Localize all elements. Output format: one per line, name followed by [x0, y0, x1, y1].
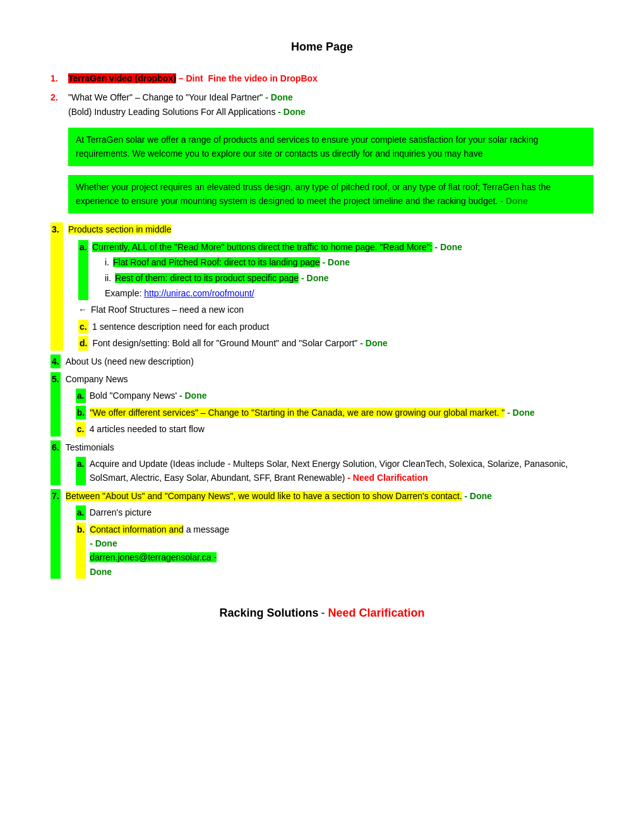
item-5b-letter: b.: [76, 406, 86, 420]
block1-text: At TerraGen solar we offer a range of pr…: [68, 128, 593, 166]
item-3a-content: Currently, ALL of the "Read More" button…: [92, 240, 462, 301]
item-1-content: TerraGen video (dropbox) – Dint Fine the…: [68, 71, 318, 85]
block2-text: Whether your project requires an elevate…: [68, 175, 593, 214]
item-3a-i-bullet: i.: [105, 255, 109, 269]
item-3a-ii-bullet: ii.: [105, 271, 111, 285]
block1: At TerraGen solar we offer a range of pr…: [68, 128, 593, 166]
item-7b-done1: - Done: [90, 538, 117, 548]
item-1-num: 1.: [51, 71, 63, 85]
arrow-icon: ←: [78, 303, 87, 317]
item-2-content: "What We Offer" – Change to "Your Ideal …: [68, 90, 306, 119]
item-7-num: 7.: [51, 489, 61, 579]
item-5a: a. Bold "Company News' - Done: [66, 389, 593, 402]
item-3a-i-text: Flat Roof and Pitched Roof: direct to it…: [113, 255, 350, 269]
list-item-2: 2. "What We Offer" – Change to "Your Ide…: [51, 90, 593, 119]
item-5b-text: "We offer different services" – Change t…: [90, 406, 535, 420]
list-item-6: 6. Testimonials a. Acquire and Update (I…: [51, 440, 593, 485]
item-5-content: Company News a. Bold "Company News' - Do…: [66, 372, 593, 437]
block2: Whether your project requires an elevate…: [68, 175, 593, 214]
item-3-label: Products section in middle: [68, 224, 171, 234]
item-6-num: 6.: [51, 440, 61, 485]
item-3a-done: - Done: [432, 242, 462, 252]
item-6a-letter: a.: [76, 457, 86, 485]
item-6-content: Testimonials a. Acquire and Update (Idea…: [66, 440, 593, 485]
item-3-num: 3.: [51, 222, 63, 351]
item-3a-example-label: Example:: [105, 288, 144, 298]
item-3a: a. Currently, ALL of the "Read More" but…: [68, 240, 593, 301]
list-item-7: 7. Between "About Us" and "Company News"…: [51, 489, 593, 579]
item-3a-example: Example: http://unirac.com/roofmount/: [92, 286, 462, 300]
item-5a-letter: a.: [76, 389, 86, 402]
item-5a-text: Bold "Company News' - Done: [90, 389, 207, 402]
item-3d-letter: d.: [78, 336, 88, 350]
list-item-4: 4. About Us (need new description): [51, 354, 593, 368]
item-2-num: 2.: [51, 90, 63, 119]
item-3c: c. 1 sentence description need for each …: [68, 320, 593, 334]
section2-clarification: Need Clarification: [328, 607, 424, 619]
item-3a-text: Currently, ALL of the "Read More" button…: [92, 242, 432, 252]
item-3d: d. Font design/setting: Bold all for "Gr…: [68, 336, 593, 350]
item-7b-text-rest: a message: [184, 524, 229, 535]
section2-label: Racking Solutions: [220, 607, 319, 619]
item-5c: c. 4 articles needed to start flow: [66, 422, 593, 436]
item-3d-text: Font design/setting: Bold all for "Groun…: [92, 336, 387, 350]
item-7-text: Between "About Us" and "Company News", w…: [66, 491, 462, 501]
item-7b-email: darren.jones@terragensolar.ca -: [90, 552, 217, 562]
list-item-3: 3. Products section in middle a. Current…: [51, 222, 593, 351]
item-5-num: 5.: [51, 372, 61, 437]
item-6-label: Testimonials: [66, 442, 114, 452]
item-3a-example-link[interactable]: http://unirac.com/roofmount/: [144, 288, 254, 298]
item-3-arrow: ← Flat Roof Structures – need a new icon: [68, 303, 593, 317]
item-4-num: 4.: [51, 354, 61, 368]
item-2-done2: - Done: [275, 107, 305, 117]
item-5c-text: 4 articles needed to start flow: [90, 422, 205, 436]
item-3c-letter: c.: [78, 320, 88, 334]
item-7b-letter: b.: [76, 523, 86, 579]
list-item-5: 5. Company News a. Bold "Company News' -…: [51, 372, 593, 437]
item-5-label: Company News: [66, 374, 128, 384]
item-7b-text-highlight: Contact information and: [90, 524, 184, 535]
item-3a-letter: a.: [78, 240, 88, 301]
item-5c-letter: c.: [76, 422, 86, 436]
list-item-1: 1. TerraGen video (dropbox) – Dint Fine …: [51, 71, 593, 85]
item-3c-text: 1 sentence description need for each pro…: [92, 320, 269, 334]
item-1-text: – Dint Fine the video in DropBox: [179, 73, 318, 83]
item-2-line2: (Bold) Industry Leading Solutions For Al…: [68, 107, 306, 117]
section2-separator: -: [321, 607, 328, 619]
section2-title: Racking Solutions - Need Clarification: [51, 604, 593, 622]
item-7b: b. Contact information and a message - D…: [66, 523, 593, 579]
page-title: Home Page: [51, 38, 593, 56]
item-2-done1: - Done: [263, 92, 292, 102]
item-4-text: About Us (need new description): [66, 354, 194, 368]
block2-done: - Done: [498, 196, 528, 206]
item-7b-content: Contact information and a message - Done…: [90, 523, 229, 579]
item-5b: b. "We offer different services" – Chang…: [66, 406, 593, 420]
item-7a-text: Darren's picture: [90, 505, 152, 519]
item-7b-done2: Done: [90, 567, 112, 577]
item-3a-ii-text: Rest of them: direct to its product spec…: [115, 271, 328, 285]
item-6a: a. Acquire and Update (Ideas include - M…: [66, 457, 593, 485]
item-3-content: Products section in middle a. Currently,…: [68, 222, 593, 351]
item-7a: a. Darren's picture: [66, 505, 593, 519]
item-7a-letter: a.: [76, 505, 86, 519]
item-7-done: - Done: [462, 491, 492, 501]
item-2-line1: "What We Offer" – Change to "Your Ideal …: [68, 92, 293, 102]
item-7-content: Between "About Us" and "Company News", w…: [66, 489, 593, 579]
item-3a-i: i. Flat Roof and Pitched Roof: direct to…: [92, 255, 462, 269]
item-3-arrow-text: Flat Roof Structures – need a new icon: [91, 303, 244, 317]
item-6a-text: Acquire and Update (Ideas include - Mult…: [90, 457, 593, 485]
item-1-highlight: TerraGen video (dropbox): [68, 73, 176, 83]
item-3a-ii: ii. Rest of them: direct to its product …: [92, 271, 462, 285]
